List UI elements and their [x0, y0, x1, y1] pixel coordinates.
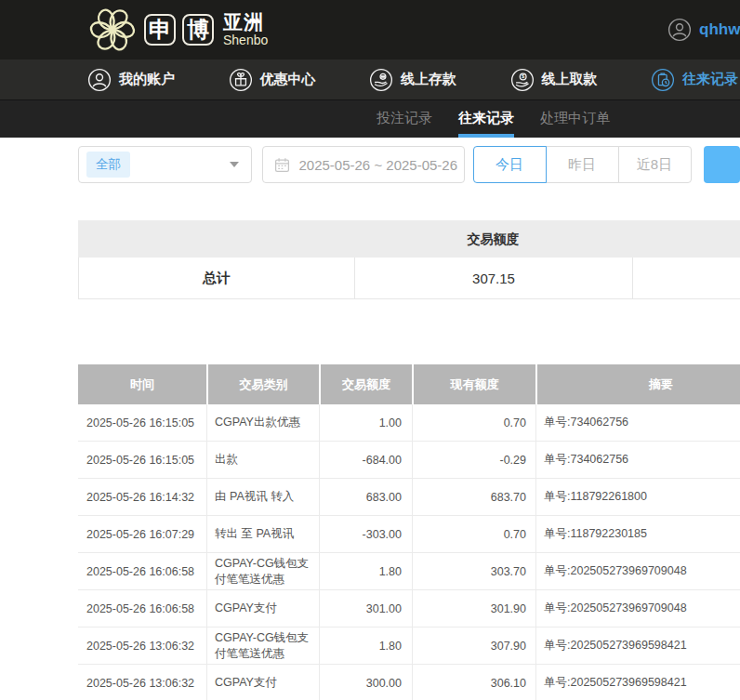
- column-header-type: 交易类别: [206, 364, 319, 404]
- logo-char-bo: 博: [182, 14, 214, 46]
- cell-time: 2025-05-26 16:06:58: [78, 590, 206, 627]
- summary-header-label: 交易额度: [354, 220, 632, 258]
- top-header: 申 博 亚洲 Shenbo qhhw: [0, 0, 740, 59]
- filter-bar: 全部 2025-05-26 ~ 2025-05-26 今日 昨日 近8日: [78, 146, 740, 183]
- nav-item-transaction-records[interactable]: 往来记录: [651, 68, 738, 92]
- type-dropdown[interactable]: 全部: [78, 146, 252, 183]
- cell-balance: 0.70: [412, 404, 535, 441]
- cell-summary: 单号:202505273969598421: [535, 665, 740, 700]
- cell-amount: 1.00: [319, 404, 412, 441]
- table-row: 2025-05-26 13:06:32 CGPAY支付 300.00 306.1…: [78, 665, 740, 700]
- cell-balance: 306.10: [412, 665, 535, 700]
- quick-date-buttons: 今日 昨日 近8日: [473, 146, 692, 183]
- tab-pending-orders[interactable]: 处理中订单: [540, 100, 610, 138]
- cell-type: CGPAY-CG钱包支付笔笔送优惠: [206, 627, 319, 664]
- summary-empty-cell: [632, 258, 740, 298]
- cell-summary: 单号:734062756: [535, 442, 740, 478]
- cell-type: CGPAY出款优惠: [206, 404, 319, 441]
- cell-time: 2025-05-26 16:14:32: [78, 479, 206, 515]
- logo-latin-text: Shenbo: [223, 33, 268, 48]
- nav-label: 线上存款: [401, 71, 456, 88]
- avatar-icon: [667, 18, 692, 42]
- summary-total-value: 307.15: [354, 258, 632, 298]
- cell-balance: 307.90: [412, 627, 535, 664]
- column-header-amount: 交易额度: [319, 364, 412, 404]
- cell-balance: -0.29: [412, 442, 535, 478]
- last-8-days-button[interactable]: 近8日: [618, 146, 692, 183]
- date-range-input[interactable]: 2025-05-26 ~ 2025-05-26: [262, 146, 464, 183]
- search-button[interactable]: [704, 146, 740, 183]
- cell-amount: 301.00: [319, 590, 412, 627]
- flower-logo-icon: [87, 5, 138, 55]
- logo-char-shen: 申: [144, 14, 176, 46]
- summary-total-label: 总计: [78, 258, 354, 298]
- deposit-icon: [369, 68, 393, 92]
- column-header-balance: 现有额度: [412, 364, 535, 404]
- records-icon: [651, 68, 675, 92]
- yesterday-button[interactable]: 昨日: [546, 146, 619, 183]
- summary-total-row: 总计 307.15: [78, 258, 740, 299]
- tab-betting-records[interactable]: 投注记录: [377, 100, 432, 138]
- cell-balance: 301.90: [412, 590, 535, 627]
- username-text[interactable]: qhhw: [699, 20, 740, 39]
- cell-type: CGPAY支付: [206, 665, 319, 700]
- cell-amount: -303.00: [319, 516, 412, 552]
- tab-transaction-records[interactable]: 往来记录: [458, 100, 514, 138]
- withdraw-icon: $: [510, 68, 535, 92]
- cell-summary: 单号:118792261800: [535, 479, 740, 515]
- transactions-table: 时间 交易类别 交易额度 现有额度 摘要 2025-05-26 16:15:05…: [78, 364, 740, 700]
- chevron-down-icon: [230, 162, 239, 167]
- cell-summary: 单号:118792230185: [535, 516, 740, 552]
- record-tabs: 投注记录 往来记录 处理中订单: [0, 100, 740, 138]
- calendar-icon: [274, 157, 290, 173]
- column-header-time: 时间: [78, 364, 206, 404]
- cell-time: 2025-05-26 13:06:32: [78, 627, 206, 664]
- cell-type: 转出 至 PA视讯: [206, 516, 319, 552]
- cell-time: 2025-05-26 16:15:05: [78, 404, 206, 441]
- cell-summary: 单号:202505273969598421: [535, 627, 740, 664]
- main-navigation: 我的账户 优惠中心 线上存款 $: [0, 59, 740, 100]
- cell-time: 2025-05-26 13:06:32: [78, 665, 206, 700]
- nav-item-withdraw[interactable]: $ 线上取款: [510, 68, 598, 92]
- cell-amount: 1.80: [319, 553, 412, 589]
- nav-label: 往来记录: [682, 71, 738, 88]
- table-header-row: 时间 交易类别 交易额度 现有额度 摘要: [78, 364, 740, 404]
- cell-balance: 0.70: [412, 516, 535, 552]
- cell-balance: 683.70: [412, 479, 535, 515]
- cell-time: 2025-05-26 16:06:58: [78, 553, 206, 589]
- nav-label: 优惠中心: [260, 71, 316, 88]
- nav-label: 我的账户: [119, 71, 175, 88]
- nav-item-my-account[interactable]: 我的账户: [87, 68, 175, 92]
- cell-amount: 683.00: [319, 479, 412, 515]
- nav-item-deposit[interactable]: 线上存款: [369, 68, 456, 92]
- table-row: 2025-05-26 16:07:29 转出 至 PA视讯 -303.00 0.…: [78, 516, 740, 553]
- gift-icon: [229, 68, 253, 92]
- cell-type: 出款: [206, 442, 319, 478]
- summary-table: 交易额度 总计 307.15: [78, 220, 740, 299]
- selected-type-chip: 全部: [86, 152, 130, 178]
- today-button[interactable]: 今日: [473, 146, 547, 183]
- page: 申 博 亚洲 Shenbo qhhw 我的账户: [0, 0, 740, 700]
- cell-summary: 单号:202505273969709048: [535, 553, 740, 589]
- table-row: 2025-05-26 16:06:58 CGPAY支付 301.00 301.9…: [78, 590, 740, 627]
- table-row: 2025-05-26 13:06:32 CGPAY-CG钱包支付笔笔送优惠 1.…: [78, 627, 740, 665]
- account-area[interactable]: qhhw: [667, 0, 740, 59]
- cell-summary: 单号:202505273969709048: [535, 590, 740, 627]
- cell-type: CGPAY-CG钱包支付笔笔送优惠: [206, 553, 319, 589]
- cell-time: 2025-05-26 16:07:29: [78, 516, 206, 552]
- table-row: 2025-05-26 16:15:05 出款 -684.00 -0.29 单号:…: [78, 442, 740, 479]
- nav-label: 线上取款: [542, 71, 598, 88]
- table-row: 2025-05-26 16:06:58 CGPAY-CG钱包支付笔笔送优惠 1.…: [78, 553, 740, 590]
- cell-amount: 1.80: [319, 627, 412, 664]
- cell-balance: 303.70: [412, 553, 535, 589]
- cell-amount: 300.00: [319, 665, 412, 700]
- nav-item-promotions[interactable]: 优惠中心: [229, 68, 316, 92]
- column-header-summary: 摘要: [535, 364, 740, 404]
- table-row: 2025-05-26 16:15:05 CGPAY出款优惠 1.00 0.70 …: [78, 404, 740, 442]
- cell-summary: 单号:734062756: [535, 404, 740, 441]
- user-icon: [87, 68, 112, 92]
- logo-region-text: 亚洲: [223, 11, 268, 33]
- table-row: 2025-05-26 16:14:32 由 PA视讯 转入 683.00 683…: [78, 479, 740, 516]
- cell-amount: -684.00: [319, 442, 412, 478]
- cell-time: 2025-05-26 16:15:05: [78, 442, 206, 478]
